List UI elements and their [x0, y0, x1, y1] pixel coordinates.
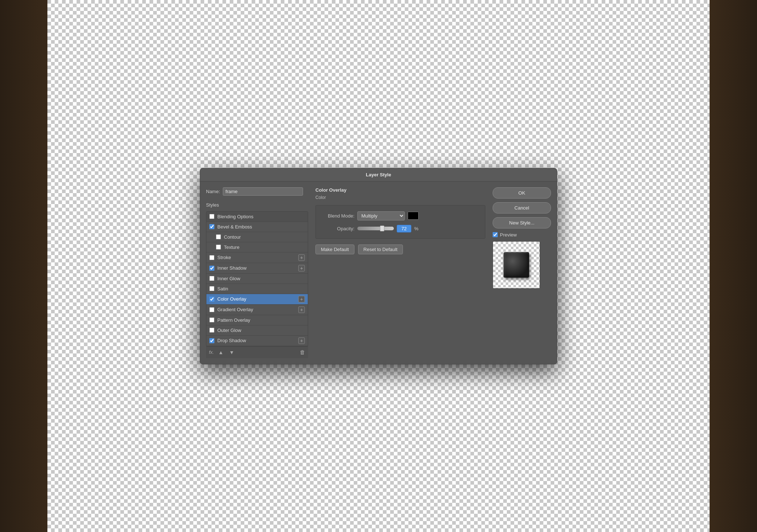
delete-button[interactable]: 🗑	[300, 349, 305, 355]
effect-blending-options[interactable]: Blending Options	[206, 212, 308, 222]
effect-gradient-overlay[interactable]: Gradient Overlay +	[206, 305, 308, 315]
move-up-button[interactable]: ▲	[217, 349, 225, 356]
color-overlay-label[interactable]: Color Overlay	[217, 296, 298, 302]
inner-glow-checkbox[interactable]	[209, 276, 214, 281]
opacity-label: Opacity:	[322, 226, 354, 231]
preview-label: Preview	[500, 232, 517, 238]
preview-box	[493, 241, 540, 289]
left-sidebar	[0, 0, 47, 532]
panel-section-title: Color Overlay	[315, 187, 485, 193]
stroke-label[interactable]: Stroke	[217, 255, 298, 260]
opacity-row: Opacity: %	[322, 225, 479, 232]
drop-shadow-checkbox[interactable]	[209, 338, 214, 343]
opacity-slider-thumb[interactable]	[380, 226, 384, 231]
preview-checkbox[interactable]	[493, 232, 498, 237]
texture-label[interactable]: Texture	[224, 245, 305, 250]
layer-name-input[interactable]	[223, 187, 303, 196]
outer-glow-checkbox[interactable]	[209, 328, 214, 333]
options-box: Blend Mode: Normal Dissolve Darken Multi…	[315, 205, 485, 239]
texture-checkbox[interactable]	[216, 245, 221, 250]
satin-checkbox[interactable]	[209, 286, 214, 291]
blending-options-checkbox[interactable]	[209, 214, 214, 219]
effect-color-overlay[interactable]: Color Overlay +	[206, 294, 308, 305]
buttons-row: Make Default Reset to Default	[315, 245, 485, 254]
middle-panel: Color Overlay Color Blend Mode: Normal D…	[308, 187, 493, 358]
color-swatch[interactable]	[408, 212, 419, 220]
stroke-checkbox[interactable]	[209, 255, 214, 260]
reset-default-button[interactable]: Reset to Default	[358, 245, 403, 254]
pattern-overlay-label[interactable]: Pattern Overlay	[217, 317, 305, 323]
drop-shadow-plus-button[interactable]: +	[298, 337, 305, 344]
drop-shadow-label[interactable]: Drop Shadow	[217, 338, 298, 343]
name-label: Name:	[206, 189, 220, 194]
effect-texture[interactable]: Texture	[206, 242, 308, 253]
stroke-plus-button[interactable]: +	[298, 254, 305, 261]
effect-drop-shadow[interactable]: Drop Shadow +	[206, 336, 308, 346]
new-style-button[interactable]: New Style...	[493, 217, 551, 228]
left-panel: Name: Styles Blending Options Bevel & Em…	[206, 187, 308, 358]
color-overlay-checkbox[interactable]	[209, 297, 214, 302]
ok-button[interactable]: OK	[493, 187, 551, 199]
gradient-overlay-plus-button[interactable]: +	[298, 306, 305, 313]
bevel-emboss-label[interactable]: Bevel & Emboss	[217, 224, 305, 230]
effect-inner-shadow[interactable]: Inner Shadow +	[206, 263, 308, 274]
inner-glow-label[interactable]: Inner Glow	[217, 276, 305, 281]
styles-heading: Styles	[206, 201, 308, 209]
effect-bevel-emboss[interactable]: Bevel & Emboss	[206, 222, 308, 232]
contour-checkbox[interactable]	[216, 234, 221, 239]
opacity-input[interactable]	[397, 225, 411, 232]
effect-inner-glow[interactable]: Inner Glow	[206, 274, 308, 284]
inner-shadow-label[interactable]: Inner Shadow	[217, 265, 298, 271]
blend-mode-row: Blend Mode: Normal Dissolve Darken Multi…	[322, 211, 479, 220]
outer-glow-label[interactable]: Outer Glow	[217, 328, 305, 333]
panel-sub-title: Color	[315, 195, 485, 200]
effect-stroke[interactable]: Stroke +	[206, 253, 308, 263]
satin-label[interactable]: Satin	[217, 286, 305, 292]
preview-square	[504, 252, 529, 278]
pattern-overlay-checkbox[interactable]	[209, 317, 214, 322]
cancel-button[interactable]: Cancel	[493, 202, 551, 214]
dialog-title: Layer Style	[366, 172, 391, 177]
percent-label: %	[414, 226, 419, 231]
inner-shadow-plus-button[interactable]: +	[298, 265, 305, 271]
gradient-overlay-checkbox[interactable]	[209, 307, 214, 312]
blend-mode-label: Blend Mode:	[322, 213, 354, 219]
make-default-button[interactable]: Make Default	[315, 245, 354, 254]
effect-pattern-overlay[interactable]: Pattern Overlay	[206, 315, 308, 325]
effect-outer-glow[interactable]: Outer Glow	[206, 325, 308, 336]
dialog-title-bar: Layer Style	[200, 168, 557, 181]
preview-row: Preview	[493, 232, 551, 238]
right-sidebar	[710, 0, 757, 532]
color-overlay-plus-button[interactable]: +	[298, 296, 305, 302]
opacity-slider-container: %	[357, 225, 419, 232]
move-down-button[interactable]: ▼	[228, 349, 236, 356]
layer-style-dialog: Layer Style Name: Styles Blending Option…	[200, 168, 557, 364]
effects-toolbar: fx. ▲ ▼ 🗑	[206, 346, 308, 358]
effect-contour[interactable]: Contour	[206, 232, 308, 242]
fx-label: fx.	[209, 349, 214, 355]
bevel-emboss-checkbox[interactable]	[209, 224, 214, 229]
opacity-slider-track[interactable]	[357, 227, 394, 230]
effect-satin[interactable]: Satin	[206, 284, 308, 294]
name-row: Name:	[206, 187, 308, 196]
contour-label[interactable]: Contour	[224, 234, 305, 240]
gradient-overlay-label[interactable]: Gradient Overlay	[217, 307, 298, 312]
inner-shadow-checkbox[interactable]	[209, 266, 214, 271]
blending-options-label[interactable]: Blending Options	[217, 214, 305, 219]
dialog-body: Name: Styles Blending Options Bevel & Em…	[200, 181, 557, 364]
right-panel: OK Cancel New Style... Preview	[493, 187, 551, 358]
blend-mode-select[interactable]: Normal Dissolve Darken Multiply Color Bu…	[357, 211, 405, 220]
effects-list: Blending Options Bevel & Emboss Contour …	[206, 211, 308, 346]
